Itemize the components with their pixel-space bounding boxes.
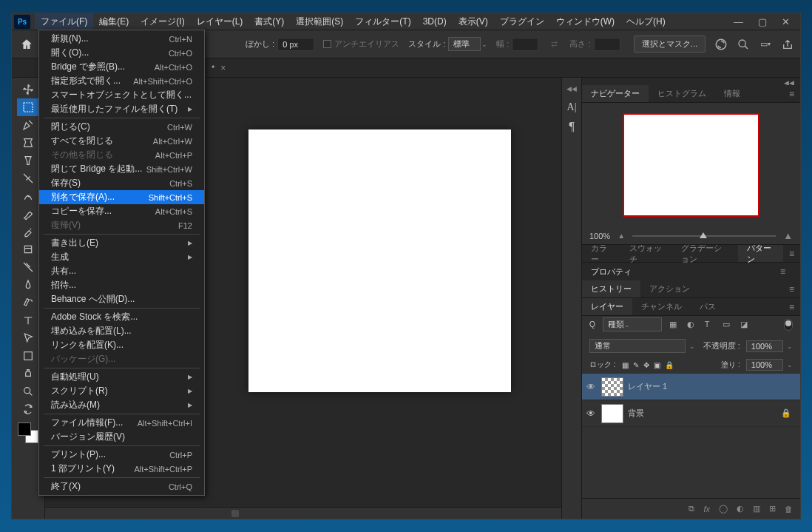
menu-書式[interactable]: 書式(Y) [248, 13, 290, 30]
zoom-in-icon[interactable]: ▲ [783, 230, 793, 241]
menu-item-閉じて bridge を起動[interactable]: 閉じて Bridge を起動...Shift+Ctrl+W [39, 162, 204, 176]
filter-pixel-icon[interactable]: ▦ [669, 320, 680, 330]
layer-thumbnail[interactable] [601, 404, 623, 423]
horizontal-scrollbar[interactable] [45, 507, 561, 519]
menu-item-招待[interactable]: 招待... [39, 278, 204, 292]
quick-select-tool[interactable] [17, 134, 39, 152]
fx-icon[interactable]: fx [703, 505, 710, 514]
tab-swatches[interactable]: スウォッチ [620, 245, 672, 262]
menu-item-別名で保存[interactable]: 別名で保存(A)...Shift+Ctrl+S [39, 190, 204, 204]
cloud-sync-icon[interactable] [714, 38, 728, 51]
filter-type-icon[interactable]: T [705, 320, 715, 330]
menu-item-リンクを配置[interactable]: リンクを配置(K)... [39, 338, 204, 352]
window-minimize-button[interactable]: — [734, 16, 743, 27]
tab-info[interactable]: 情報 [715, 85, 749, 102]
layer-row[interactable]: 👁背景🔒 [582, 400, 800, 427]
lock-pixels-icon[interactable]: ✎ [633, 361, 639, 369]
gradient-tool[interactable] [17, 276, 39, 294]
close-tab-icon[interactable]: × [220, 63, 226, 73]
menu-選択範囲[interactable]: 選択範囲(S) [290, 13, 349, 30]
mask-icon[interactable]: ◯ [719, 504, 728, 514]
paragraph-panel-icon[interactable]: ¶ [564, 119, 579, 134]
character-panel-icon[interactable]: A| [564, 100, 579, 115]
eraser-tool[interactable] [17, 258, 39, 276]
menu-フィルター[interactable]: フィルター(T) [349, 13, 416, 30]
menu-item-最近使用したファイルを開く[interactable]: 最近使用したファイルを開く(T) [39, 102, 204, 116]
menu-item-bridge で参照[interactable]: Bridge で参照(B)...Alt+Ctrl+O [39, 60, 204, 74]
crop-tool[interactable] [17, 152, 39, 169]
opacity-input[interactable]: 100% [746, 340, 783, 352]
shape-tool[interactable] [17, 347, 39, 365]
group-icon[interactable]: ▥ [753, 504, 760, 514]
select-and-mask-button[interactable]: 選択とマスク... [634, 36, 706, 53]
path-select-tool[interactable] [17, 329, 39, 347]
lock-transparent-icon[interactable]: ▦ [622, 361, 629, 369]
feather-input[interactable] [277, 38, 314, 51]
panel-menu-icon[interactable]: ≡ [783, 302, 800, 312]
fill-input[interactable]: 100% [746, 359, 783, 371]
tab-channels[interactable]: チャンネル [632, 298, 691, 315]
tab-layers[interactable]: レイヤー [582, 298, 632, 315]
menu-item-バージョン履歴[interactable]: バージョン履歴(V) [39, 430, 204, 444]
antialias-checkbox[interactable]: アンチエイリアス [323, 38, 399, 50]
adjustment-icon[interactable]: ◐ [737, 504, 744, 514]
menu-プラグイン[interactable]: プラグイン [494, 13, 550, 30]
layer-thumbnail[interactable] [601, 377, 623, 397]
tab-history[interactable]: ヒストリー [582, 280, 640, 297]
tab-navigator[interactable]: ナビゲーター [582, 85, 649, 102]
edit-toolbar-tool[interactable] [17, 400, 39, 418]
lasso-tool[interactable] [17, 116, 39, 134]
menu-item-すべてを閉じる[interactable]: すべてを閉じるAlt+Ctrl+W [39, 134, 204, 148]
navigator-thumbnail[interactable] [623, 113, 759, 217]
menu-3d[interactable]: 3D(D) [417, 13, 453, 30]
tab-gradients[interactable]: グラデーション [672, 245, 738, 262]
zoom-tool[interactable] [17, 383, 39, 400]
share-icon[interactable] [781, 38, 794, 51]
filter-adjust-icon[interactable]: ◐ [687, 320, 697, 330]
visibility-icon[interactable]: 👁 [586, 382, 597, 392]
menu-item-埋め込みを配置[interactable]: 埋め込みを配置(L)... [39, 324, 204, 338]
window-close-button[interactable]: ✕ [782, 16, 790, 27]
menu-item-ファイル情報[interactable]: ファイル情報(F)...Alt+Shift+Ctrl+I [39, 416, 204, 430]
menu-item-behance へ公開[interactable]: Behance へ公開(D)... [39, 292, 204, 306]
layer-filter-select[interactable]: 種類 ⌄ [603, 317, 662, 331]
brush-tool[interactable] [17, 223, 39, 240]
menu-item-終了[interactable]: 終了(X)Ctrl+Q [39, 479, 204, 494]
blend-mode-select[interactable]: 通常 [589, 339, 686, 353]
menu-ヘルプ[interactable]: ヘルプ(H) [620, 13, 671, 30]
new-layer-icon[interactable]: ⊞ [769, 504, 776, 514]
layer-row[interactable]: 👁レイヤー 1 [582, 374, 800, 400]
home-button[interactable] [18, 36, 35, 53]
style-select[interactable]: 標準 [448, 37, 481, 51]
tab-color[interactable]: カラー [582, 245, 620, 262]
menu-編集[interactable]: 編集(E) [93, 13, 135, 30]
blur-tool[interactable] [17, 294, 39, 312]
layer-name[interactable]: レイヤー 1 [628, 381, 667, 392]
menu-item-開く[interactable]: 開く(O)...Ctrl+O [39, 46, 204, 60]
panel-menu-icon[interactable]: ≡ [783, 249, 800, 259]
visibility-icon[interactable]: 👁 [586, 408, 597, 419]
menu-item-読み込み[interactable]: 読み込み(M) [39, 398, 204, 412]
filter-shape-icon[interactable]: ▭ [723, 320, 733, 330]
menu-ウィンドウ[interactable]: ウィンドウ(W) [550, 13, 620, 30]
frame-tool[interactable] [17, 169, 39, 187]
swap-wh-icon[interactable]: ⇄ [547, 38, 561, 51]
filter-smart-icon[interactable]: ◪ [740, 320, 751, 330]
search-icon[interactable] [737, 38, 750, 51]
properties-panel-tab[interactable]: プロパティ ≡ [582, 263, 800, 280]
panel-menu-icon[interactable]: ≡ [783, 89, 800, 99]
healing-tool[interactable] [17, 205, 39, 223]
eyedropper-tool[interactable] [17, 187, 39, 205]
lock-all-icon[interactable]: 🔒 [665, 361, 674, 369]
menu-イメージ[interactable]: イメージ(I) [135, 13, 190, 30]
move-tool[interactable] [17, 81, 39, 98]
marquee-tool[interactable] [17, 98, 39, 116]
workspace-switcher-icon[interactable]: ▭ ▾ [759, 38, 772, 51]
panel-menu-icon[interactable]: ≡ [774, 266, 791, 277]
tab-patterns[interactable]: パターン [738, 245, 783, 262]
delete-layer-icon[interactable]: 🗑 [785, 505, 793, 514]
window-maximize-button[interactable]: ▢ [758, 16, 767, 27]
link-layers-icon[interactable]: ⧉ [688, 504, 694, 514]
panel-menu-icon[interactable]: ≡ [783, 284, 800, 294]
menu-item-スマートオブジェクトとして開く[interactable]: スマートオブジェクトとして開く... [39, 88, 204, 102]
